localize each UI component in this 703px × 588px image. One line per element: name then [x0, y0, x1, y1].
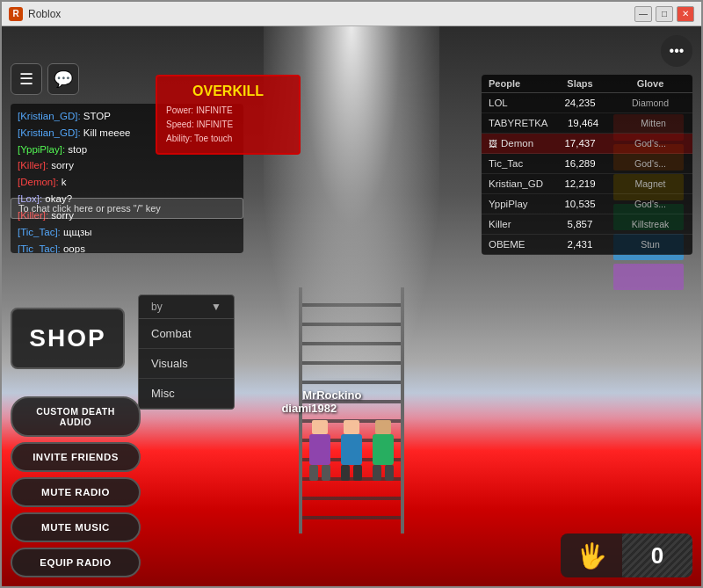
- char-leg: [341, 465, 350, 481]
- lb-slaps: 19,464: [548, 118, 619, 128]
- lb-glove: Diamond: [615, 98, 685, 108]
- char-leg: [353, 465, 362, 481]
- mute-music-button[interactable]: MUTE MUSIC: [11, 512, 141, 542]
- equip-radio-button[interactable]: EQUIP RADIO: [11, 548, 141, 577]
- game-area: MrRockino diami1982 ☰ 💬 [Kristian_GD]: S…: [2, 26, 701, 586]
- menu-item-visuals[interactable]: Visuals: [139, 349, 234, 379]
- char-head: [375, 420, 391, 434]
- lb-name: LOL: [489, 98, 545, 108]
- lb-glove: Stun: [615, 239, 685, 250]
- top-left-icons: ☰ 💬: [11, 63, 79, 95]
- lb-row-killer: Killer 5,857 Killstreak: [482, 214, 692, 235]
- lb-row-obeme: OBEME 2,431 Stun: [482, 235, 692, 255]
- app-icon: R: [9, 7, 23, 21]
- character-1: [309, 420, 330, 481]
- header-people: People: [489, 78, 545, 89]
- lb-name: Kristian_GD: [489, 178, 545, 189]
- lb-name: Tic_Tac: [489, 158, 545, 169]
- lb-row-tictac: Tic_Tac 16,289 God's...: [482, 154, 692, 174]
- char-body: [309, 434, 330, 465]
- leaderboard-header: People Slaps Glove: [482, 75, 692, 93]
- overkill-line-1: Power: INFINITE: [166, 104, 290, 118]
- player-name-1: MrRockino: [302, 388, 361, 402]
- header-slaps: Slaps: [545, 78, 615, 89]
- dropdown-arrow: ▼: [211, 301, 221, 313]
- lb-name: Killer: [489, 219, 545, 229]
- lb-name: 🖼 Demon: [489, 138, 545, 149]
- custom-death-audio-button[interactable]: CUSTOM DEATHAUDIO: [11, 396, 141, 437]
- chat-message: [Tic_Tac]: щщзы: [18, 225, 236, 241]
- window-controls: — □ ✕: [634, 6, 694, 22]
- lb-glove: Mitten: [619, 118, 689, 128]
- window-title: Roblox: [28, 8, 634, 20]
- char-legs: [373, 465, 394, 481]
- char-legs: [309, 465, 330, 481]
- lb-slaps: 5,857: [545, 219, 615, 229]
- char-body: [341, 434, 362, 465]
- char-legs: [341, 465, 362, 481]
- lb-glove: God's...: [615, 138, 685, 149]
- menu-dropdown: by ▼ Combat Visuals Misc: [138, 294, 235, 410]
- lb-row-yppiplay: YppiPlay 10,535 God's...: [482, 194, 692, 214]
- title-bar: R Roblox — □ ✕: [2, 2, 701, 26]
- bottom-buttons: CUSTOM DEATHAUDIO INVITE FRIENDS MUTE RA…: [11, 396, 141, 577]
- close-button[interactable]: ✕: [677, 6, 694, 22]
- character-2: [341, 420, 362, 481]
- player-name-2: diami1982: [281, 402, 337, 415]
- chat-message: [Demon]: k: [18, 175, 236, 191]
- window: R Roblox — □ ✕: [0, 0, 703, 588]
- player-icon: 🖼: [489, 139, 497, 149]
- overkill-line-3: Ability: Toe touch: [166, 132, 290, 146]
- character-3: [373, 420, 394, 481]
- minimize-button[interactable]: —: [634, 6, 652, 22]
- lb-slaps: 16,289: [545, 158, 615, 169]
- menu-by-label: by ▼: [139, 295, 234, 319]
- options-button[interactable]: •••: [661, 35, 692, 67]
- lb-slaps: 24,235: [545, 98, 615, 108]
- shop-button[interactable]: SHOP: [11, 308, 125, 369]
- menu-item-combat[interactable]: Combat: [139, 319, 234, 349]
- lb-slaps: 10,535: [545, 199, 615, 209]
- leaderboard: People Slaps Glove LOL 24,235 Diamond TA…: [482, 75, 692, 255]
- lb-glove: Killstreak: [615, 219, 685, 229]
- char-leg: [322, 465, 330, 481]
- header-glove: Glove: [615, 78, 685, 89]
- char-leg: [385, 465, 394, 481]
- overkill-line-2: Speed: INFINITE: [166, 118, 290, 132]
- lb-slaps: 12,219: [545, 178, 615, 189]
- hand-icon: 🖐: [561, 534, 622, 577]
- lb-glove: God's...: [615, 158, 685, 169]
- menu-item-misc[interactable]: Misc: [139, 379, 234, 409]
- hud-container: 🖐 0: [561, 534, 692, 577]
- lb-name: YppiPlay: [489, 199, 545, 209]
- char-head: [344, 420, 359, 434]
- menu-icon-button[interactable]: ☰: [11, 63, 42, 95]
- char-leg: [309, 465, 318, 481]
- chat-icon-button[interactable]: 💬: [47, 63, 79, 95]
- invite-friends-button[interactable]: INVITE FRIENDS: [11, 442, 141, 472]
- chat-message: [Tic_Tac]: oops: [18, 242, 236, 254]
- struct-block: [613, 264, 684, 290]
- rail-right: [401, 287, 404, 534]
- chat-message: [Killer]: sorry: [18, 158, 236, 174]
- lb-glove: God's...: [615, 199, 685, 209]
- lb-row-demon: 🖼 Demon 17,437 God's...: [482, 134, 692, 154]
- char-body: [373, 434, 394, 465]
- maximize-button[interactable]: □: [656, 6, 673, 22]
- chat-input[interactable]: To chat click here or press "/" key: [11, 198, 243, 219]
- score-display: 0: [622, 534, 692, 577]
- lb-row-tabyretka: TABYRETKA 19,464 Mitten: [482, 113, 692, 134]
- lb-glove: Magnet: [615, 178, 685, 189]
- lb-row-lol: LOL 24,235 Diamond: [482, 93, 692, 113]
- lb-slaps: 17,437: [545, 138, 615, 149]
- lb-name: TABYRETKA: [489, 118, 548, 128]
- char-head: [312, 420, 328, 434]
- mute-radio-button[interactable]: MUTE RADIO: [11, 477, 141, 507]
- characters-container: [309, 420, 394, 481]
- overkill-title: OVERKILL: [166, 83, 290, 99]
- lb-name: OBEME: [489, 239, 545, 250]
- char-leg: [373, 465, 381, 481]
- overkill-overlay: OVERKILL Power: INFINITE Speed: INFINITE…: [156, 75, 301, 155]
- lb-slaps: 2,431: [545, 239, 615, 250]
- lb-row-kristian: Kristian_GD 12,219 Magnet: [482, 174, 692, 194]
